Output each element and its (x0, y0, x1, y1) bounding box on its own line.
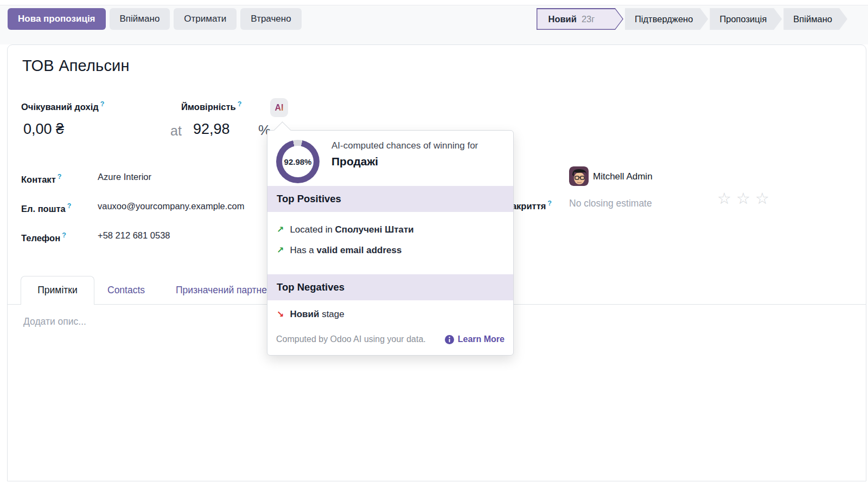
negative-item: ↘Новий stage (277, 305, 344, 324)
help-icon[interactable]: ? (100, 100, 105, 108)
new-quotation-button[interactable]: Нова пропозиція (8, 8, 106, 30)
stage-new-inner: Новий23г (537, 9, 622, 29)
help-icon[interactable]: ? (62, 231, 66, 239)
top-negatives-header: Top Negatives (267, 274, 513, 300)
positive-item: ↗Has a valid email address (277, 241, 401, 260)
info-icon (445, 335, 454, 344)
ai-icon[interactable]: AI (270, 98, 288, 117)
description-input[interactable]: Додати опис... (23, 316, 86, 327)
salesperson-value[interactable]: Mitchell Admin (593, 169, 653, 184)
expected-revenue-value[interactable]: 0,00 ₴ (23, 121, 64, 138)
email-label: Ел. пошта? (21, 198, 71, 216)
help-icon[interactable]: ? (547, 199, 552, 207)
expected-closing-placeholder[interactable]: No closing estimate (569, 196, 652, 211)
probability-prefix: at (170, 123, 182, 139)
ai-probability-popover: 92.98% AI-computed chances of winning fo… (267, 130, 514, 356)
star-icon[interactable]: ☆ (736, 190, 755, 207)
stage-qualified[interactable]: Підтверджено (625, 8, 708, 30)
stage-proposition[interactable]: Пропозиція (710, 8, 782, 30)
popover-team-name: Продажі (331, 155, 478, 168)
popover-header: 92.98% AI-computed chances of winning fo… (267, 131, 513, 186)
expected-revenue-label: Очікуваний дохід? (21, 100, 104, 112)
star-icon[interactable]: ☆ (755, 190, 774, 207)
avatar[interactable] (569, 166, 589, 186)
popover-heading: AI-computed chances of winning for (331, 140, 478, 151)
get-button[interactable]: Отримати (174, 8, 237, 30)
mark-won-button[interactable]: Впіймано (110, 8, 170, 30)
star-icon[interactable]: ☆ (717, 190, 736, 207)
tab-contacts[interactable]: Contacts (107, 276, 145, 304)
probability-donut-chart: 92.98% (276, 140, 320, 183)
phone-value[interactable]: +58 212 681 0538 (98, 228, 170, 243)
learn-more-link[interactable]: Learn More (445, 334, 505, 344)
action-buttons: Нова пропозиція Впіймано Отримати Втраче… (8, 8, 302, 30)
lead-title[interactable]: ТОВ Апельсин (22, 57, 130, 75)
email-value[interactable]: vauxoo@yourcompany.example.com (98, 198, 245, 214)
tab-notes[interactable]: Примітки (21, 276, 94, 305)
donut-percent-label: 92.98% (276, 140, 320, 183)
positive-arrow-icon: ↗ (277, 246, 284, 255)
stage-new[interactable]: Новий23г (537, 8, 623, 30)
mark-lost-button[interactable]: Втрачено (240, 8, 301, 30)
tab-assigned-partner[interactable]: Призначений партнер (176, 276, 272, 304)
currency-symbol: ₴ (56, 121, 64, 137)
help-icon[interactable]: ? (67, 202, 72, 210)
positive-arrow-icon: ↗ (277, 225, 284, 234)
top-positives-header: Top Positives (267, 186, 513, 212)
phone-label: Телефон? (21, 228, 66, 246)
popover-footer-note: Computed by Odoo AI using your data. (276, 334, 426, 344)
contact-label: Контакт? (21, 169, 61, 187)
contact-value[interactable]: Azure Interior (98, 169, 151, 184)
stage-new-label: Новий (548, 14, 576, 24)
popover-footer: Computed by Odoo AI using your data. Lea… (267, 330, 513, 349)
stage-won[interactable]: Впіймано (783, 8, 847, 30)
positive-item: ↗Located in Сполучені Штати (277, 221, 414, 239)
negative-arrow-icon: ↘ (277, 310, 284, 319)
help-icon[interactable]: ? (58, 173, 62, 181)
help-icon[interactable]: ? (238, 100, 242, 108)
stage-duration-badge: 23г (582, 14, 595, 24)
probability-value[interactable]: 92,98 (193, 121, 230, 138)
stage-pipeline: Новий23г Підтверджено Пропозиція Впійман… (537, 8, 847, 30)
probability-label: Ймовірність? (181, 100, 241, 112)
priority-stars: ☆☆☆ (717, 189, 774, 208)
